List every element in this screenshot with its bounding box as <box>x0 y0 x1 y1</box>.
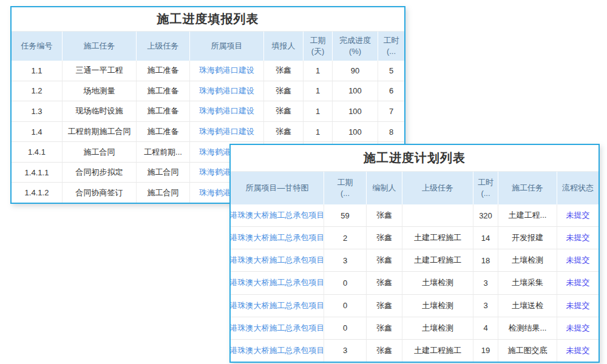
cell-work-hours: 4 <box>473 317 498 339</box>
plan-list-header-row: 所属项目—甘特图 工期 (... 编制人 上级任务 工时 (... 施工任务 流… <box>231 172 599 204</box>
cell-parent-task: 土建工程施工 <box>402 249 473 271</box>
table-row: 港珠澳大桥施工总承包项目 3 张鑫 土建工程施工 19 施工图交底 未提交 <box>231 339 599 362</box>
cell-work-hours: 320 <box>473 204 498 226</box>
cell-duration: 59 <box>324 204 366 226</box>
cell-reporter: 张鑫 <box>263 81 303 101</box>
plan-list-body: 港珠澳大桥施工总承包项目 59 张鑫 320 土建工程... 未提交 港珠澳大桥… <box>231 204 599 362</box>
cell-task: 合同协商签订 <box>62 183 136 203</box>
cell-parent-task: 土壤检测 <box>402 295 473 317</box>
column-header-reporter: 填报人 <box>263 32 303 61</box>
cell-progress-pct: 100 <box>332 101 378 121</box>
cell-work-hours: 18 <box>473 249 498 271</box>
cell-parent-task: 土壤检测 <box>402 272 473 294</box>
table-row: 港珠澳大桥施工总承包项目 0 张鑫 土壤检测 3 土壤采集 未提交 <box>231 271 599 294</box>
cell-duration: 3 <box>324 340 366 362</box>
cell-progress-pct: 100 <box>332 81 378 101</box>
cell-task-number: 1.2 <box>12 81 62 101</box>
table-row: 1.2 场地测量 施工准备 珠海鹤港口建设 张鑫 1 100 6 <box>12 81 404 101</box>
column-header-flow-status: 流程状态 <box>557 172 599 204</box>
column-header-parent-task: 上级任务 <box>136 32 189 61</box>
cell-task-number: 1.4.1.1 <box>12 163 62 183</box>
report-list-header-row: 任务编号 施工任务 上级任务 所属项目 填报人 工期 (天) 完成进度 (%) … <box>12 32 404 61</box>
cell-work-hours: 8 <box>378 122 404 142</box>
table-row: 港珠澳大桥施工总承包项目 3 张鑫 土建工程施工 18 土壤检测 未提交 <box>231 249 599 271</box>
cell-duration-days: 1 <box>303 101 332 121</box>
project-link[interactable]: 珠海鹤港口建设 <box>189 81 263 101</box>
cell-parent-task: 施工准备 <box>136 81 189 101</box>
cell-task: 合同初步拟定 <box>62 163 136 183</box>
project-gantt-link[interactable]: 港珠澳大桥施工总承包项目 <box>231 317 324 339</box>
table-row: 1.4 工程前期施工合同 施工准备 珠海鹤港口建设 张鑫 1 100 8 <box>12 121 404 142</box>
cell-progress-pct: 100 <box>332 122 378 142</box>
cell-task-number: 1.4 <box>12 122 62 142</box>
cell-task-number: 1.4.1.2 <box>12 183 62 203</box>
cell-work-hours: 3 <box>473 272 498 294</box>
cell-parent-task: 施工准备 <box>136 122 189 142</box>
cell-task: 施工合同 <box>62 142 136 162</box>
cell-work-hours: 19 <box>473 340 498 362</box>
column-header-project-gantt: 所属项目—甘特图 <box>231 172 324 204</box>
project-gantt-link[interactable]: 港珠澳大桥施工总承包项目 <box>231 227 324 249</box>
status-link[interactable]: 未提交 <box>557 272 599 294</box>
project-gantt-link[interactable]: 港珠澳大桥施工总承包项目 <box>231 340 324 362</box>
cell-work-hours: 6 <box>378 81 404 101</box>
status-link[interactable]: 未提交 <box>557 340 599 362</box>
cell-task: 场地测量 <box>62 81 136 101</box>
project-link[interactable]: 珠海鹤港口建设 <box>189 122 263 142</box>
cell-task: 三通一平工程 <box>62 61 136 81</box>
project-link[interactable]: 珠海鹤港口建设 <box>189 101 263 121</box>
table-row: 1.1 三通一平工程 施工准备 珠海鹤港口建设 张鑫 1 90 5 <box>12 61 404 81</box>
cell-parent-task: 土建工程施工 <box>402 340 473 362</box>
status-link[interactable]: 未提交 <box>557 204 599 226</box>
cell-compiler: 张鑫 <box>366 272 402 294</box>
project-link[interactable]: 珠海鹤港口建设 <box>189 61 263 81</box>
cell-duration: 0 <box>324 272 366 294</box>
column-header-work-hours: 工时 (... <box>378 32 404 61</box>
column-header-task: 施工任务 <box>62 32 136 61</box>
project-gantt-link[interactable]: 港珠澳大桥施工总承包项目 <box>231 204 324 226</box>
status-link[interactable]: 未提交 <box>557 317 599 339</box>
cell-parent-task: 施工合同 <box>136 163 189 183</box>
cell-compiler: 张鑫 <box>366 317 402 339</box>
cell-progress-pct: 90 <box>332 61 378 81</box>
cell-duration: 0 <box>324 317 366 339</box>
cell-duration-days: 1 <box>303 81 332 101</box>
cell-task: 施工图交底 <box>498 340 557 362</box>
cell-work-hours: 7 <box>378 101 404 121</box>
cell-duration: 0 <box>324 295 366 317</box>
cell-compiler: 张鑫 <box>366 227 402 249</box>
status-link[interactable]: 未提交 <box>557 249 599 271</box>
plan-list-title: 施工进度计划列表 <box>231 145 599 172</box>
table-row: 港珠澳大桥施工总承包项目 2 张鑫 土建工程施工 14 开发报建 未提交 <box>231 226 599 249</box>
project-gantt-link[interactable]: 港珠澳大桥施工总承包项目 <box>231 295 324 317</box>
table-row: 港珠澳大桥施工总承包项目 59 张鑫 320 土建工程... 未提交 <box>231 204 599 226</box>
cell-task-number: 1.4.1 <box>12 142 62 162</box>
cell-parent-task <box>402 204 473 226</box>
table-row: 1.3 现场临时设施 施工准备 珠海鹤港口建设 张鑫 1 100 7 <box>12 101 404 121</box>
report-list-title: 施工进度填报列表 <box>12 7 404 32</box>
status-link[interactable]: 未提交 <box>557 295 599 317</box>
column-header-duration-days: 工期 (天) <box>303 32 332 61</box>
table-row: 港珠澳大桥施工总承包项目 0 张鑫 土壤检测 3 土壤送检 未提交 <box>231 294 599 317</box>
cell-task: 检测结果... <box>498 317 557 339</box>
column-header-duration: 工期 (... <box>324 172 366 204</box>
cell-compiler: 张鑫 <box>366 295 402 317</box>
cell-task-number: 1.1 <box>12 61 62 81</box>
status-link[interactable]: 未提交 <box>557 227 599 249</box>
page-canvas: 施工进度填报列表 任务编号 施工任务 上级任务 所属项目 填报人 工期 (天) … <box>0 0 607 364</box>
column-header-progress-pct: 完成进度 (%) <box>332 32 378 61</box>
cell-task-number: 1.3 <box>12 101 62 121</box>
cell-duration: 2 <box>324 227 366 249</box>
cell-duration-days: 1 <box>303 122 332 142</box>
cell-task: 土壤检测 <box>498 249 557 271</box>
project-gantt-link[interactable]: 港珠澳大桥施工总承包项目 <box>231 272 324 294</box>
column-header-task: 施工任务 <box>498 172 557 204</box>
cell-parent-task: 土建工程施工 <box>402 227 473 249</box>
cell-compiler: 张鑫 <box>366 340 402 362</box>
project-gantt-link[interactable]: 港珠澳大桥施工总承包项目 <box>231 249 324 271</box>
cell-work-hours: 14 <box>473 227 498 249</box>
cell-task: 土壤采集 <box>498 272 557 294</box>
cell-work-hours: 3 <box>473 295 498 317</box>
column-header-parent-task: 上级任务 <box>402 172 473 204</box>
cell-parent-task: 工程前期... <box>136 142 189 162</box>
